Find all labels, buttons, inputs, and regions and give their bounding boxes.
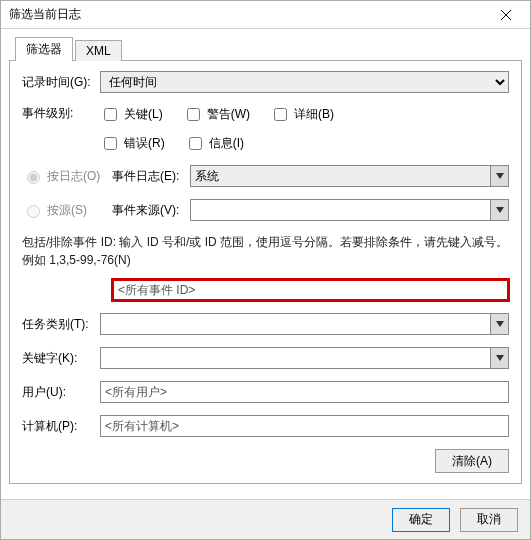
eventlog-field[interactable]	[190, 165, 509, 187]
computer-input[interactable]	[100, 415, 509, 437]
radio-bysource: 按源(S)	[22, 202, 112, 219]
level-label: 事件级别:	[22, 105, 100, 122]
cb-verbose-input[interactable]	[274, 108, 287, 121]
clear-button[interactable]: 清除(A)	[435, 449, 509, 473]
task-label: 任务类别(T):	[22, 316, 100, 333]
tab-xml[interactable]: XML	[75, 40, 122, 61]
titlebar: 筛选当前日志	[1, 1, 530, 29]
chevron-down-icon	[496, 173, 504, 179]
logtime-label: 记录时间(G):	[22, 74, 100, 91]
chevron-down-icon	[496, 355, 504, 361]
cancel-button[interactable]: 取消	[460, 508, 518, 532]
cb-critical[interactable]: 关键(L)	[100, 105, 163, 124]
cb-info[interactable]: 信息(I)	[185, 134, 244, 153]
user-label: 用户(U):	[22, 384, 100, 401]
cb-error-input[interactable]	[104, 137, 117, 150]
cb-warning[interactable]: 警告(W)	[183, 105, 250, 124]
logtime-select[interactable]: 任何时间	[100, 71, 509, 93]
eventsource-field[interactable]	[190, 199, 509, 221]
cb-verbose[interactable]: 详细(B)	[270, 105, 334, 124]
chevron-down-icon	[496, 321, 504, 327]
eventid-help: 包括/排除事件 ID: 输入 ID 号和/或 ID 范围，使用逗号分隔。若要排除…	[22, 233, 509, 269]
user-input[interactable]	[100, 381, 509, 403]
filter-panel: 记录时间(G): 任何时间 事件级别: 关键(L) 警告(W) 详细(B) 错误…	[9, 61, 522, 484]
cb-warning-input[interactable]	[187, 108, 200, 121]
cb-info-input[interactable]	[189, 137, 202, 150]
svg-marker-4	[496, 321, 504, 327]
cb-critical-input[interactable]	[104, 108, 117, 121]
keyword-dropdown-button[interactable]	[490, 348, 508, 368]
svg-marker-5	[496, 355, 504, 361]
task-field[interactable]	[100, 313, 509, 335]
tab-filter[interactable]: 筛选器	[15, 37, 73, 61]
tab-bar: 筛选器 XML	[9, 37, 522, 61]
close-icon	[501, 10, 511, 20]
svg-marker-3	[496, 207, 504, 213]
dialog-footer: 确定 取消	[1, 499, 530, 539]
eventlog-dropdown-button[interactable]	[490, 166, 508, 186]
task-dropdown-button[interactable]	[490, 314, 508, 334]
eventsource-dropdown-button[interactable]	[490, 200, 508, 220]
keyword-label: 关键字(K):	[22, 350, 100, 367]
eventsource-label: 事件来源(V):	[112, 202, 190, 219]
eventid-input[interactable]	[112, 279, 509, 301]
eventlog-label: 事件日志(E):	[112, 168, 190, 185]
window-title: 筛选当前日志	[9, 6, 486, 23]
keyword-field[interactable]	[100, 347, 509, 369]
ok-button[interactable]: 确定	[392, 508, 450, 532]
radio-bylog-input	[27, 171, 40, 184]
chevron-down-icon	[496, 207, 504, 213]
radio-bysource-input	[27, 205, 40, 218]
cb-error[interactable]: 错误(R)	[100, 134, 165, 153]
svg-marker-2	[496, 173, 504, 179]
radio-bylog: 按日志(O)	[22, 168, 112, 185]
computer-label: 计算机(P):	[22, 418, 100, 435]
close-button[interactable]	[486, 2, 526, 28]
dialog-window: 筛选当前日志 筛选器 XML 记录时间(G): 任何时间 事件级别: 关键(L)…	[0, 0, 531, 540]
